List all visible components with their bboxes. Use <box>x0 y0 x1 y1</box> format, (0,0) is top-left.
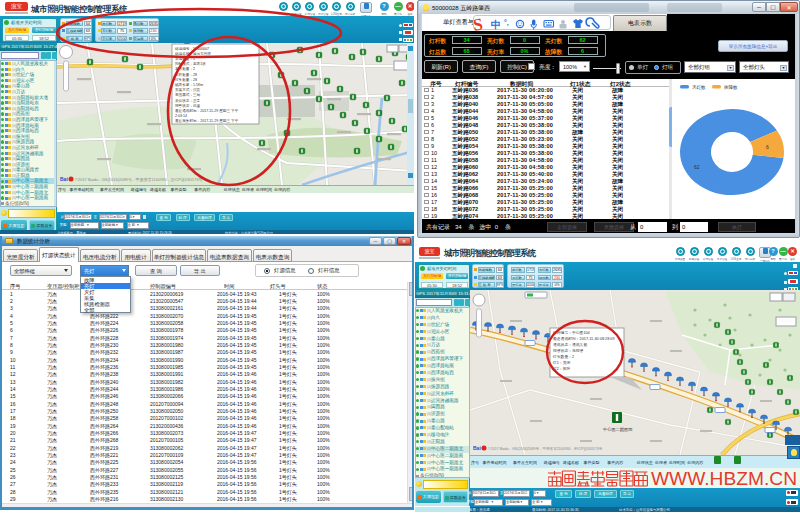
svg-text:中心医二期医院: 中心医二期医院 <box>603 427 633 432</box>
svg-text:控制模式：支路1状: 控制模式：支路1状 <box>175 61 206 66</box>
svg-text:故障数: 故障数 <box>724 84 738 90</box>
svg-text:未供状态：正常: 未供状态：正常 <box>175 99 200 103</box>
svg-text:©2017 Baidu - GS(2016)2089号 -: ©2017 Baidu - GS(2016)2089号 - 甲测资字110093… <box>75 177 202 182</box>
svg-text:报警状态：无报警: 报警状态：无报警 <box>553 348 584 353</box>
svg-text:灯头数量：2: 灯头数量：2 <box>552 354 574 359</box>
svg-text:线路长度：1.5Km: 线路长度：1.5Km <box>175 82 203 87</box>
svg-text:终端编号：50000007: 终端编号：50000007 <box>175 47 209 51</box>
svg-text:报警状态：已接: 报警状态：已接 <box>175 103 201 108</box>
svg-text:最近通讯时间：2017-11-30 08:28:09: 最近通讯时间：2017-11-30 08:28:09 <box>553 336 615 341</box>
svg-text:支路数量：2: 支路数量：2 <box>175 66 195 71</box>
svg-text:最近采集时间：2017-11-29 星期三 下午: 最近采集时间：2017-11-29 星期三 下午 <box>175 118 239 123</box>
svg-text:°,: °, <box>504 19 509 27</box>
svg-text:2:03:14: 2:03:14 <box>175 114 187 118</box>
svg-text:6: 6 <box>766 144 769 150</box>
svg-text:安装方式：仪距: 安装方式：仪距 <box>175 87 201 92</box>
svg-text:灯杆编号：中心医104: 灯杆编号：中心医104 <box>552 330 590 335</box>
svg-text:Bai: Bai <box>60 176 68 182</box>
svg-text:灯1：关闭: 灯1：关闭 <box>552 360 571 365</box>
svg-text:Bai: Bai <box>473 445 481 451</box>
svg-text:通讯状态：通讯失败: 通讯状态：通讯失败 <box>553 342 587 347</box>
svg-text:末端数量：1: 末端数量：1 <box>175 57 195 61</box>
svg-text:灯杆数量：28: 灯杆数量：28 <box>175 73 197 77</box>
svg-text:中: 中 <box>491 18 501 29</box>
svg-text:WWW.HBZM.CN: WWW.HBZM.CN <box>651 468 797 489</box>
svg-text:变压器式：三相: 变压器式：三相 <box>175 92 201 97</box>
svg-text:最近通讯时间：2017-11-29 星期三 下午: 最近通讯时间：2017-11-29 星期三 下午 <box>175 108 239 113</box>
svg-text:灯2：故障: 灯2：故障 <box>552 366 571 371</box>
svg-text:灭灯数: 灭灯数 <box>692 85 706 90</box>
svg-text:©2017 Baidu - GS(2016)2089号 -: ©2017 Baidu - GS(2016)2089号 - 甲测资字110093… <box>488 446 603 451</box>
svg-text:S: S <box>474 16 484 32</box>
svg-text:终端名称：运河东外环: 终端名称：运河东外环 <box>175 51 211 56</box>
svg-text:灯头数量：28: 灯头数量：28 <box>175 78 197 82</box>
svg-text:62: 62 <box>694 164 700 170</box>
